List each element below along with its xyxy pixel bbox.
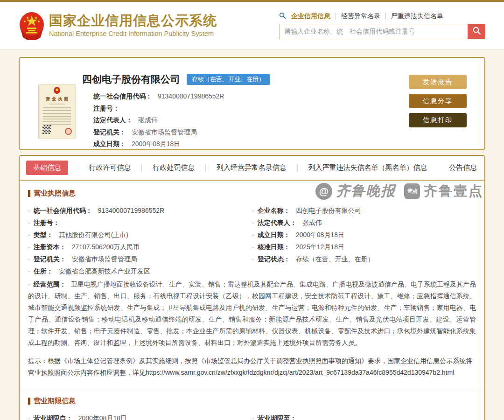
- license-info-grid: 统一社会信用代码：91340000719986552R 注册号： 类型：其他股份…: [28, 204, 476, 277]
- license-qr-code: [42, 125, 51, 134]
- tab-divider: [141, 164, 142, 172]
- search-nav: 企业信用信息 经营异常名录 严重违法失信名单: [279, 12, 485, 21]
- main: 营业执照 四创电子股份有限公司 存续（在营、开业、在册） 统一社会信用代码：91…: [0, 49, 504, 420]
- license-info-right-column: 企业名称：四创电子股份有限公司 法定代表人：张成伟 成立日期：2000年08月1…: [252, 204, 476, 277]
- term-left-column: 营业期限自：2000年08月18日: [28, 412, 252, 420]
- divider: [385, 13, 386, 20]
- field-establishment-date: 成立日期：2000年08月18日: [252, 229, 476, 241]
- license-title: 营业执照: [39, 96, 75, 102]
- site-title: 国家企业信用信息公示系统: [49, 14, 217, 28]
- tab-divider: [297, 164, 298, 172]
- field-registration-no: 注册号：: [93, 103, 270, 115]
- search-icon: [279, 12, 286, 21]
- search-button[interactable]: [468, 24, 485, 39]
- company-summary-card: 营业执照 四创电子股份有限公司 存续（在营、开业、在册） 统一社会信用代码：91…: [19, 57, 485, 150]
- field-establishment-date: 成立日期：2000年08月18日: [93, 138, 270, 150]
- tab-divider: [205, 164, 206, 172]
- share-info-button[interactable]: 信息分享: [409, 94, 467, 108]
- qilu-watermark: 齐鲁晚报 壹点 齐鲁壹点: [315, 182, 483, 201]
- search-bar: [279, 24, 485, 39]
- field-legal-representative: 法定代表人：张成伟: [93, 114, 270, 126]
- license-subline: [49, 104, 65, 105]
- field-credit-code: 统一社会信用代码：91340000719986552R: [93, 91, 270, 103]
- section-divider: [20, 389, 484, 389]
- tab-basic-info[interactable]: 基础信息: [26, 161, 68, 175]
- nav-link-serious-violations[interactable]: 严重违法失信名单: [391, 12, 443, 21]
- license-emblem-icon: [54, 87, 60, 94]
- search-input[interactable]: [279, 24, 468, 39]
- field-legal-representative: 法定代表人：张成伟: [252, 217, 476, 229]
- field-term-to: 营业期限至：: [252, 412, 476, 420]
- field-company-name: 企业名称：四创电子股份有限公司: [252, 204, 476, 217]
- search-icon-white: [472, 26, 481, 36]
- tab-content: 齐鲁晚报 壹点 齐鲁壹点 营业执照信息 统一社会信用代码：91340000719…: [20, 181, 484, 420]
- nav-link-enterprise-credit[interactable]: 企业信用信息: [291, 12, 330, 21]
- field-term-from: 营业期限自：2000年08月18日: [28, 412, 252, 420]
- print-info-button[interactable]: 信息打印: [409, 113, 467, 127]
- field-approval-date: 核准日期：2025年12月18日: [252, 241, 476, 253]
- status-badge: 存续（在营、开业、在册）: [187, 74, 270, 85]
- qilu-evening-news-wordmark: 齐鲁晚报: [336, 182, 396, 201]
- field-registered-capital: 注册资本：27107.506200万人民币: [28, 241, 252, 253]
- section-title-business-term: 营业期限信息: [28, 397, 476, 406]
- company-summary-main: 四创电子股份有限公司 存续（在营、开业、在册） 统一社会信用代码：9134000…: [82, 73, 270, 149]
- field-company-type: 类型：其他股份有限公司(上市): [28, 229, 252, 241]
- license-red-seal: [65, 128, 72, 135]
- term-right-column: 营业期限至：: [252, 412, 476, 420]
- brand: 国家企业信用信息公示系统 National Enterprise Credit …: [19, 11, 217, 40]
- nav-link-abnormal-operations[interactable]: 经营异常名录: [341, 12, 380, 21]
- detail-card: 基础信息 行政许可信息 行政处罚信息 列入经营异常名录信息 列入严重违法失信名单…: [19, 155, 485, 420]
- qilu-yidian-wordmark: 齐鲁壹点: [424, 182, 483, 201]
- tab-admin-license[interactable]: 行政许可信息: [88, 161, 132, 175]
- license-info-left-column: 统一社会信用代码：91340000719986552R 注册号： 类型：其他股份…: [28, 204, 252, 277]
- business-license-thumbnail: 营业执照: [38, 84, 76, 139]
- company-name: 四创电子股份有限公司: [82, 73, 180, 86]
- site-header: 国家企业信用信息公示系统 National Enterprise Credit …: [0, 2, 504, 49]
- field-registration-authority: 登记机关：安徽省市场监督管理局: [93, 126, 270, 139]
- tab-bar: 基础信息 行政许可信息 行政处罚信息 列入经营异常名录信息 列入严重违法失信名单…: [20, 156, 484, 181]
- field-credit-code: 统一社会信用代码：91340000719986552R: [28, 204, 252, 217]
- tab-divider: [438, 164, 438, 172]
- tab-divider: [78, 164, 78, 172]
- license-adjustment-note: 提示：根据《市场主体登记管理条例》及其实施细则，按照《市场监管总局办公厅关于调整…: [28, 355, 476, 378]
- qilu-yidian-app-icon: 壹点: [404, 183, 420, 199]
- field-registration-authority: 登记机关：安徽省市场监督管理局: [28, 253, 252, 265]
- qilu-evening-news-logo-icon: [315, 183, 332, 200]
- company-summary-fields: 统一社会信用代码：91340000719986552R 注册号： 法定代表人：张…: [93, 91, 270, 150]
- tab-blacklist[interactable]: 列入严重违法失信名单（黑名单）信息: [307, 161, 428, 175]
- send-report-button[interactable]: 发送报告: [409, 75, 467, 89]
- field-address: 住所：安徽省合肥高新技术产业开发区: [28, 265, 252, 277]
- tab-admin-penalty[interactable]: 行政处罚信息: [152, 161, 196, 175]
- company-actions: 发送报告 信息分享 信息打印: [409, 75, 467, 127]
- term-info-grid: 营业期限自：2000年08月18日 营业期限至：: [28, 412, 476, 420]
- site-subtitle: National Enterprise Credit Information P…: [49, 30, 217, 37]
- tab-abnormal-operations[interactable]: 列入经营异常名录信息: [216, 161, 287, 175]
- tab-announcements[interactable]: 公告信息: [448, 161, 478, 175]
- field-registration-status: 登记状态：存续（在营、开业、在册）: [252, 253, 476, 265]
- divider: [336, 13, 336, 20]
- license-text-lines: [43, 107, 71, 125]
- search-area: 企业信用信息 经营异常名录 严重违法失信名单: [279, 12, 485, 39]
- national-emblem-logo: [19, 11, 45, 40]
- field-registration-no: 注册号：: [28, 217, 252, 229]
- brand-text: 国家企业信用信息公示系统 National Enterprise Credit …: [49, 14, 217, 37]
- field-business-scope: 经营范围：卫星电视广播地面接收设备设计、生产、安装、销售；雷达整机及其配套产品、…: [28, 279, 476, 349]
